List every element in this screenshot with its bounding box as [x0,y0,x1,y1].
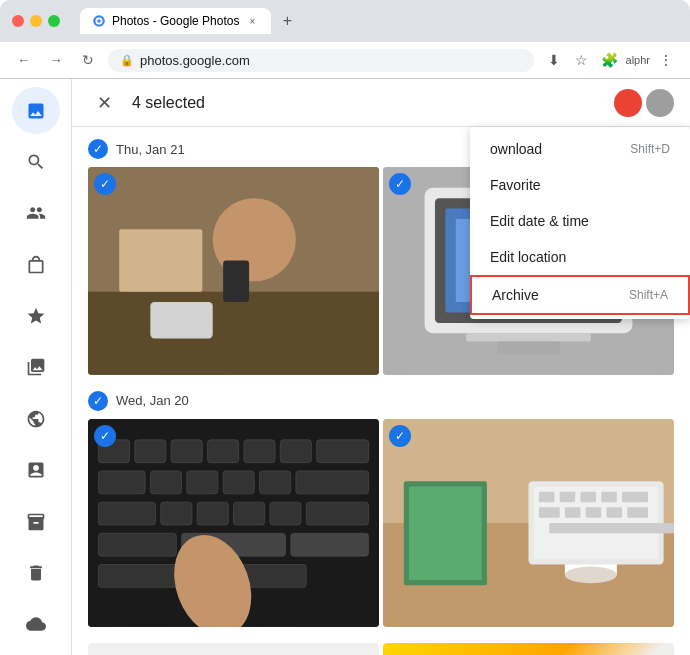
svg-rect-31 [161,502,192,525]
sidebar-item-people[interactable] [12,190,60,237]
photo-thumbnail-5 [88,643,379,655]
photo-thumbnail-4 [383,419,674,627]
sidebar-item-archive[interactable] [12,498,60,545]
sidebar-item-trash[interactable] [12,549,60,596]
url-bar[interactable]: 🔒 photos.google.com [108,49,534,72]
menu-item-archive[interactable]: Archive Shift+A [470,275,690,315]
sidebar-item-shop[interactable] [12,241,60,288]
photo-item[interactable] [88,643,379,655]
tab-close-button[interactable]: × [245,14,259,28]
close-selection-button[interactable]: ✕ [88,87,120,119]
svg-rect-30 [98,502,155,525]
svg-rect-13 [497,342,559,354]
extensions-icon[interactable]: 🧩 [598,48,622,72]
svg-rect-57 [565,507,581,517]
sidebar-item-utilities[interactable] [12,447,60,494]
new-tab-button[interactable]: + [275,9,299,33]
color-swatch-red[interactable] [614,89,642,117]
traffic-lights [12,15,60,27]
top-bar: ✕ 4 selected [72,79,690,127]
svg-point-47 [565,566,617,583]
menu-item-favorite[interactable]: Favorite [470,167,690,203]
photo-check-2: ✓ [389,173,411,195]
photo-item[interactable]: ✓ [383,419,674,627]
photo-item[interactable]: ✓ [88,167,379,375]
svg-rect-26 [187,471,218,494]
svg-rect-12 [466,333,591,341]
svg-rect-18 [135,440,166,463]
sidebar-item-photo-album[interactable] [12,395,60,442]
svg-rect-22 [280,440,311,463]
svg-rect-20 [208,440,239,463]
svg-rect-58 [586,507,602,517]
svg-rect-24 [98,471,145,494]
svg-rect-32 [197,502,228,525]
svg-rect-19 [171,440,202,463]
download-icon[interactable]: ⬇ [542,48,566,72]
bookmark-icon[interactable]: ☆ [570,48,594,72]
date-text-thu: Thu, Jan 21 [116,142,185,157]
close-traffic-light[interactable] [12,15,24,27]
refresh-button[interactable]: ↻ [76,48,100,72]
toolbar-icons: ⬇ ☆ 🧩 alphr ⋮ [542,48,678,72]
url-text: photos.google.com [140,53,250,68]
svg-rect-61 [549,523,674,533]
browser-tab[interactable]: Photos - Google Photos × [80,8,271,34]
date-check-thu[interactable]: ✓ [88,139,108,159]
dropdown-menu: ownload Shift+D Favorite Edit date & tim… [470,127,690,319]
tab-favicon [92,14,106,28]
photo-check-4: ✓ [389,425,411,447]
menu-item-edit-location[interactable]: Edit location [470,239,690,275]
back-button[interactable]: ← [12,48,36,72]
svg-point-2 [97,19,101,23]
menu-item-archive-label: Archive [492,287,539,303]
sidebar-item-favorites[interactable] [12,292,60,339]
photos-grid-partial [88,643,674,655]
svg-rect-56 [539,507,560,517]
date-check-wed[interactable]: ✓ [88,391,108,411]
top-bar-actions [614,89,674,117]
selected-count: 4 selected [132,94,602,112]
svg-rect-28 [259,471,290,494]
sidebar-item-search[interactable] [12,138,60,185]
svg-rect-27 [223,471,254,494]
photo-check-1: ✓ [94,173,116,195]
menu-item-download-shortcut: Shift+D [630,142,670,156]
svg-rect-54 [601,492,617,502]
sidebar-item-cloud[interactable] [12,601,60,648]
minimize-traffic-light[interactable] [30,15,42,27]
svg-rect-44 [409,486,482,580]
date-text-wed: Wed, Jan 20 [116,393,189,408]
svg-rect-53 [580,492,596,502]
sidebar-item-albums[interactable] [12,344,60,391]
svg-rect-59 [606,507,622,517]
svg-rect-34 [270,502,301,525]
photo-item[interactable] [383,643,674,655]
svg-rect-60 [627,507,648,517]
menu-icon[interactable]: ⋮ [654,48,678,72]
photo-item[interactable]: ✓ [88,419,379,627]
tab-bar: Photos - Google Photos × + [68,8,311,34]
app-content: ✕ 4 selected ✓ Thu, Jan 21 [0,79,690,655]
forward-button[interactable]: → [44,48,68,72]
svg-rect-21 [244,440,275,463]
menu-item-edit-date[interactable]: Edit date & time [470,203,690,239]
svg-rect-25 [150,471,181,494]
browser-chrome: Photos - Google Photos × + ← → ↻ 🔒 photo… [0,0,690,79]
tab-title: Photos - Google Photos [112,14,239,28]
sidebar [0,79,72,655]
photo-thumbnail-6 [383,643,674,655]
color-swatch-gray[interactable] [646,89,674,117]
svg-rect-5 [119,229,202,291]
menu-item-download[interactable]: ownload Shift+D [470,131,690,167]
maximize-traffic-light[interactable] [48,15,60,27]
svg-rect-8 [150,302,212,338]
alphr-label: alphr [626,48,650,72]
photo-thumbnail-1 [88,167,379,375]
sidebar-item-photos[interactable] [12,87,60,134]
svg-rect-7 [223,261,249,303]
menu-item-edit-date-label: Edit date & time [490,213,589,229]
svg-rect-51 [539,492,555,502]
photos-grid-wed: ✓ [88,419,674,627]
svg-rect-55 [622,492,648,502]
